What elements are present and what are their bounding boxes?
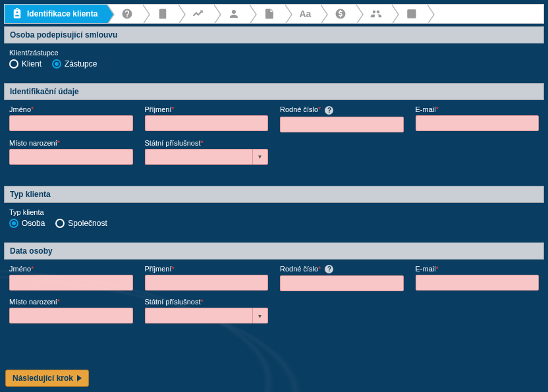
label-misto2: Místo narození* [9,298,133,306]
input-rodne[interactable] [280,117,404,132]
wizard-stepper: Identifikace klienta Aa [4,4,544,24]
input-misto[interactable] [9,149,133,165]
money-icon [335,8,346,20]
label-statni2: Státní příslušnost* [145,298,269,306]
section-header-data-osoby: Data osoby [4,242,544,260]
form-icon [406,8,418,20]
help-icon[interactable]: ? [325,265,333,273]
label-typ-klienta: Typ klienta [9,208,539,216]
document-list-icon [157,8,169,20]
label-jmeno: Jméno* [9,105,133,113]
users-icon [370,8,382,20]
arrow-right-icon [77,375,82,381]
input-email[interactable] [416,115,539,131]
label-prijmeni2: Příjmení* [145,265,269,273]
radio-icon [9,219,18,228]
step-identifikace[interactable]: Identifikace klienta [5,5,107,23]
step-label: Identifikace klienta [27,9,97,18]
text-size-icon: Aa [299,9,311,19]
document-icon [263,8,275,20]
help-icon[interactable]: ? [325,106,333,115]
select-statni[interactable] [145,149,252,165]
chevron-down-icon[interactable]: ▾ [252,308,268,323]
input-prijmeni2[interactable] [145,275,269,291]
label-email2: E-mail* [416,265,539,273]
label-prijmeni: Příjmení* [145,105,269,113]
input-email2[interactable] [416,275,539,291]
question-icon [121,8,133,20]
clipboard-person-icon [11,8,23,20]
label-email: E-mail* [416,105,539,113]
section-header-typ: Typ klienta [4,186,544,203]
chart-up-icon [192,8,204,20]
next-step-button[interactable]: Následující krok [5,370,89,387]
radio-icon [9,59,18,69]
select-statni2[interactable] [145,308,252,323]
input-misto2[interactable] [9,308,133,323]
label-statni: Státní příslušnost* [145,139,269,147]
radio-icon [52,59,61,69]
label-rodne: Rodné číslo* ? [280,105,404,115]
radio-klient[interactable]: Klient [9,59,41,69]
label-klient-zastupce: Klient/zástupce [9,49,539,57]
section-header-ident: Identifikační údaje [4,83,544,100]
label-misto: Místo narození* [9,139,133,147]
person-icon [228,8,240,20]
section-header-osoba: Osoba podepisující smlouvu [4,26,544,43]
radio-icon [55,219,65,228]
radio-osoba[interactable]: Osoba [9,219,45,228]
input-jmeno[interactable] [9,115,133,131]
label-rodne2: Rodné číslo* ? [280,265,404,274]
chevron-down-icon[interactable]: ▾ [252,149,268,165]
radio-spolecnost[interactable]: Společnost [55,219,107,228]
input-prijmeni[interactable] [145,115,269,131]
radio-zastupce[interactable]: Zástupce [52,59,97,69]
input-jmeno2[interactable] [9,275,133,291]
input-rodne2[interactable] [280,275,404,291]
label-jmeno2: Jméno* [9,265,133,273]
